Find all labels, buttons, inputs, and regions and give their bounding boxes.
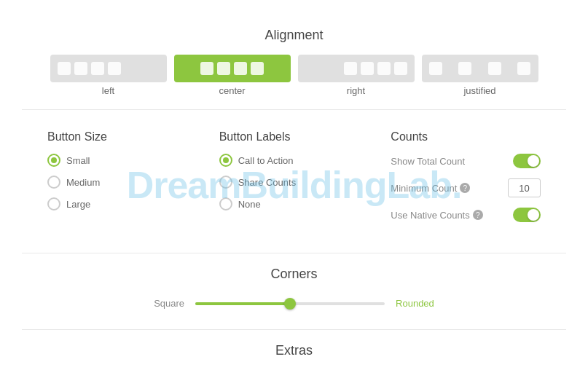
alignment-title: Alignment <box>22 28 566 43</box>
corners-section: Corners Square Rounded <box>22 253 566 330</box>
dot <box>108 62 121 75</box>
label-cta-option[interactable]: Call to Action <box>219 154 369 167</box>
size-small-radio[interactable] <box>47 154 60 167</box>
size-small-label: Small <box>66 155 90 166</box>
alignment-justified[interactable]: justified <box>422 55 538 96</box>
label-cta-radio[interactable] <box>219 154 232 167</box>
alignment-justified-label: justified <box>463 85 495 96</box>
dot <box>361 62 374 75</box>
alignment-right-label: right <box>347 85 365 96</box>
label-share-label: Share Counts <box>238 177 297 188</box>
show-total-toggle[interactable] <box>513 154 541 168</box>
size-medium-radio[interactable] <box>47 176 60 189</box>
dot <box>91 62 104 75</box>
label-none-label: None <box>238 199 261 210</box>
square-label: Square <box>154 298 184 309</box>
min-count-row: Minimum Count ? <box>391 178 541 197</box>
size-medium-label: Medium <box>66 177 100 188</box>
alignment-left-label: left <box>102 85 114 96</box>
alignment-options: left center right <box>22 55 566 96</box>
controls-section: Button Size Small Medium Large Button La… <box>22 110 566 253</box>
dot <box>344 62 357 75</box>
counts-col: Counts Show Total Count Minimum Count ? … <box>380 130 552 232</box>
corners-controls: Square Rounded <box>22 294 566 316</box>
button-size-title: Button Size <box>47 130 197 143</box>
dot <box>458 62 471 75</box>
dot <box>200 62 213 75</box>
native-counts-label-group: Use Native Counts ? <box>391 210 482 221</box>
counts-title: Counts <box>391 130 541 143</box>
alignment-justified-box[interactable] <box>422 55 538 82</box>
rounded-label: Rounded <box>396 298 434 309</box>
button-labels-title: Button Labels <box>219 130 369 143</box>
dot <box>517 62 530 75</box>
corners-slider[interactable] <box>195 302 385 305</box>
dot <box>488 62 501 75</box>
alignment-left-box[interactable] <box>50 55 167 82</box>
dot <box>429 62 442 75</box>
show-total-label: Show Total Count <box>391 156 465 167</box>
size-large-option[interactable]: Large <box>47 197 197 210</box>
size-small-option[interactable]: Small <box>47 154 197 167</box>
min-count-input[interactable] <box>508 178 541 197</box>
min-count-label-group: Minimum Count ? <box>391 183 470 194</box>
dot <box>217 62 230 75</box>
slider-fill <box>195 302 290 305</box>
show-total-row: Show Total Count <box>391 154 541 168</box>
label-share-option[interactable]: Share Counts <box>219 176 369 189</box>
dot <box>251 62 264 75</box>
label-cta-label: Call to Action <box>238 155 294 166</box>
label-none-radio[interactable] <box>219 197 232 210</box>
extras-title: Extras <box>22 343 566 358</box>
slider-thumb[interactable] <box>284 298 296 310</box>
min-count-label: Minimum Count <box>391 183 457 194</box>
dot <box>74 62 87 75</box>
native-counts-row: Use Native Counts ? <box>391 208 541 222</box>
alignment-section: Alignment left center <box>22 15 566 110</box>
corners-title: Corners <box>22 267 566 282</box>
label-share-radio[interactable] <box>219 176 232 189</box>
alignment-center[interactable]: center <box>174 55 291 96</box>
dot <box>58 62 71 75</box>
three-col-layout: Button Size Small Medium Large Button La… <box>22 123 566 240</box>
native-counts-info-icon[interactable]: ? <box>473 210 483 220</box>
dot <box>377 62 391 75</box>
size-medium-option[interactable]: Medium <box>47 176 197 189</box>
button-size-col: Button Size Small Medium Large <box>36 130 208 232</box>
button-labels-col: Button Labels Call to Action Share Count… <box>208 130 380 232</box>
min-count-info-icon[interactable]: ? <box>460 183 470 193</box>
dot <box>234 62 247 75</box>
alignment-center-box[interactable] <box>174 55 291 82</box>
alignment-right[interactable]: right <box>298 55 415 96</box>
alignment-center-label: center <box>219 85 245 96</box>
alignment-left[interactable]: left <box>50 55 167 96</box>
native-counts-label: Use Native Counts <box>391 210 469 221</box>
label-none-option[interactable]: None <box>219 197 369 210</box>
alignment-right-box[interactable] <box>298 55 415 82</box>
size-large-label: Large <box>66 199 90 210</box>
size-large-radio[interactable] <box>47 197 60 210</box>
extras-section: Extras Add Spacing <box>22 330 566 370</box>
dot <box>394 62 407 75</box>
native-counts-toggle[interactable] <box>513 208 541 222</box>
